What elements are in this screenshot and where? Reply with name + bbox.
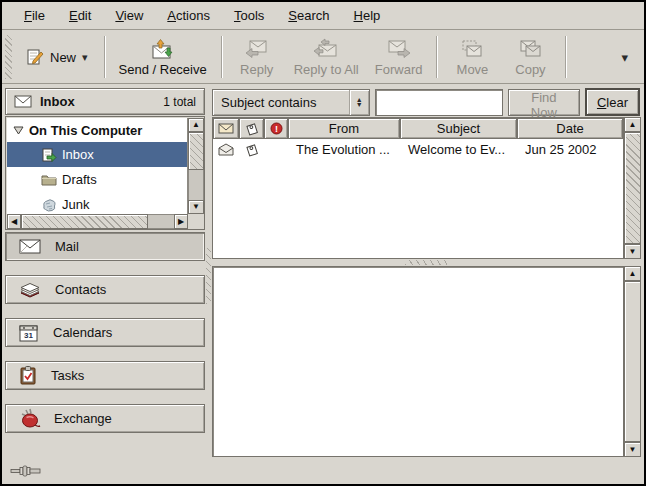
- message-from: The Evolution ...: [288, 142, 400, 157]
- scrollbar-thumb[interactable]: [188, 132, 204, 170]
- column-important[interactable]: !: [264, 118, 288, 139]
- scroll-down-arrow-icon[interactable]: ▼: [624, 244, 641, 259]
- column-attachment[interactable]: [239, 118, 264, 139]
- expander-triangle-icon[interactable]: [13, 126, 24, 135]
- folder-icon: [41, 172, 57, 188]
- menu-file[interactable]: File: [12, 4, 57, 27]
- message-read-status: [213, 143, 239, 156]
- toolbar-overflow-chevron-icon[interactable]: ▾: [613, 46, 636, 69]
- envelope-column-icon: [218, 123, 234, 134]
- reply-label: Reply: [240, 62, 273, 77]
- attachment-icon: [245, 143, 259, 157]
- message-list-pane: ! From Subject Date: [212, 117, 641, 259]
- column-label: Subject: [437, 121, 480, 136]
- message-list-scrollbar: ▲ ▼: [624, 117, 641, 259]
- scroll-up-arrow-icon[interactable]: ▲: [188, 118, 204, 132]
- reply-icon: [244, 38, 270, 60]
- forward-button[interactable]: Forward: [367, 33, 431, 81]
- toolbar-drag-handle[interactable]: [5, 35, 12, 79]
- search-input[interactable]: [375, 89, 503, 116]
- move-label: Move: [457, 62, 489, 77]
- shortcut-calendars-button[interactable]: 31 Calendars: [5, 318, 205, 347]
- search-bar: Subject contains ▲ ▼ Find Now Clear: [212, 88, 640, 116]
- message-preview[interactable]: [212, 266, 624, 457]
- folder-title-bar[interactable]: Inbox 1 total: [5, 88, 205, 115]
- compose-icon: [26, 48, 44, 66]
- menu-edit[interactable]: Edit: [57, 4, 103, 27]
- clear-button[interactable]: Clear: [585, 88, 640, 116]
- new-button[interactable]: New ▾: [16, 40, 98, 74]
- shortcut-mail-button[interactable]: Mail: [5, 232, 205, 261]
- reply-to-all-label: Reply to All: [294, 62, 359, 77]
- send-receive-button[interactable]: Send / Receive: [111, 33, 215, 81]
- tree-node-on-this-computer[interactable]: On This Computer: [7, 118, 187, 142]
- scroll-right-arrow-icon[interactable]: ▶: [174, 214, 188, 229]
- open-envelope-icon: [218, 143, 234, 156]
- menu-actions[interactable]: Actions: [155, 4, 222, 27]
- attachment-icon: [245, 122, 259, 136]
- exchange-plug-icon: [18, 408, 41, 429]
- scroll-up-arrow-icon[interactable]: ▲: [624, 266, 641, 281]
- evolution-window: File Edit View Actions Tools Search Help…: [0, 0, 646, 486]
- search-criteria-dropdown[interactable]: Subject contains ▲ ▼: [212, 89, 370, 116]
- folder-tree-panel: On This Computer Inbox Drafts Junk: [5, 116, 205, 230]
- tree-root-label: On This Computer: [29, 123, 142, 138]
- column-subject[interactable]: Subject: [400, 118, 517, 139]
- message-row[interactable]: The Evolution ... Welcome to Ev... Jun 2…: [213, 139, 623, 160]
- shortcut-label: Tasks: [51, 368, 84, 383]
- menu-search[interactable]: Search: [276, 4, 341, 27]
- copy-icon: [517, 38, 543, 60]
- tree-node-inbox[interactable]: Inbox: [7, 142, 187, 167]
- scrollbar-thumb[interactable]: [21, 214, 148, 229]
- reply-to-all-button[interactable]: Reply to All: [286, 33, 367, 81]
- tree-node-drafts[interactable]: Drafts: [7, 167, 187, 192]
- reply-all-icon: [311, 38, 341, 60]
- scrollbar-thumb[interactable]: [624, 132, 641, 244]
- menu-view[interactable]: View: [103, 4, 155, 27]
- dropdown-down-arrow-icon: ▼: [356, 102, 363, 107]
- tasks-icon: [18, 365, 38, 386]
- new-button-label: New: [50, 50, 76, 65]
- shortcut-label: Calendars: [53, 325, 112, 340]
- status-bar: [2, 457, 644, 484]
- scroll-left-arrow-icon[interactable]: ◀: [7, 214, 21, 229]
- preview-scrollbar: ▲ ▼: [624, 266, 641, 457]
- menu-help[interactable]: Help: [342, 4, 393, 27]
- splitter-grip: [405, 260, 449, 265]
- tree-horizontal-scrollbar: ◀ ▶: [7, 214, 188, 229]
- forward-label: Forward: [375, 62, 423, 77]
- preview-pane: ▲ ▼: [212, 266, 641, 457]
- dropdown-arrows-icon: ▲ ▼: [349, 90, 369, 115]
- tree-item-label: Drafts: [62, 172, 97, 187]
- main-toolbar: New ▾ Send / Receive Reply Reply to All: [2, 31, 644, 84]
- reply-button[interactable]: Reply: [228, 33, 286, 81]
- mail-icon: [18, 238, 42, 255]
- scrollbar-corner: [188, 214, 204, 229]
- new-dropdown-chevron-icon[interactable]: ▾: [82, 52, 88, 63]
- shortcut-contacts-button[interactable]: Contacts: [5, 275, 205, 304]
- current-folder-title: Inbox: [40, 94, 75, 109]
- scroll-down-arrow-icon[interactable]: ▼: [624, 442, 641, 457]
- junk-icon: [41, 197, 57, 213]
- column-date[interactable]: Date: [517, 118, 623, 139]
- copy-button[interactable]: Copy: [501, 33, 559, 81]
- column-from[interactable]: From: [288, 118, 400, 139]
- inbox-envelope-icon: [14, 95, 32, 108]
- online-status-connector-icon[interactable]: [10, 464, 48, 478]
- find-now-button[interactable]: Find Now: [508, 89, 580, 116]
- column-message-status[interactable]: [213, 118, 239, 139]
- menu-tools[interactable]: Tools: [222, 4, 276, 27]
- horizontal-pane-splitter[interactable]: [212, 259, 641, 266]
- scrollbar-thumb[interactable]: [624, 281, 641, 442]
- send-receive-icon: [150, 38, 176, 60]
- splitter-grip: [206, 248, 211, 304]
- scroll-up-arrow-icon[interactable]: ▲: [624, 117, 641, 132]
- shortcut-tasks-button[interactable]: Tasks: [5, 361, 205, 390]
- search-criteria-value: Subject contains: [221, 95, 316, 110]
- scroll-down-arrow-icon[interactable]: ▼: [188, 200, 204, 214]
- shortcut-exchange-button[interactable]: Exchange: [5, 404, 205, 433]
- move-button[interactable]: Move: [443, 33, 501, 81]
- vertical-pane-splitter[interactable]: [206, 88, 211, 454]
- tree-item-label: Junk: [62, 197, 89, 212]
- copy-label: Copy: [515, 62, 545, 77]
